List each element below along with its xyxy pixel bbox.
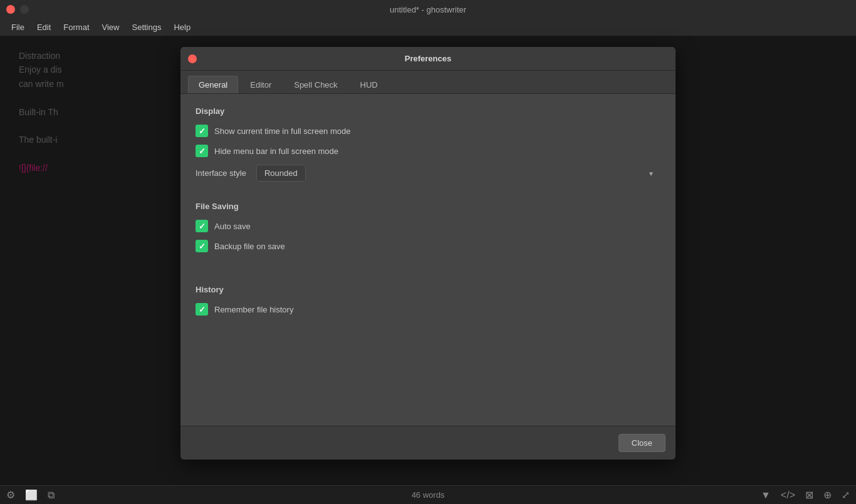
history-section-title: History (196, 285, 660, 294)
file-saving-section-title: File Saving (196, 202, 660, 211)
checkbox-file-history-box[interactable] (196, 303, 208, 316)
menu-format[interactable]: Format (57, 20, 95, 34)
window-title: untitled* - ghostwriter (390, 5, 466, 14)
export-icon[interactable]: ⊠ (805, 489, 813, 501)
checkbox-show-time[interactable]: Show current time in full screen mode (196, 125, 660, 137)
globe-icon[interactable]: ⊕ (823, 489, 832, 501)
tab-editor[interactable]: Editor (239, 76, 282, 93)
dialog-title: Preferences (405, 54, 451, 63)
settings-icon[interactable]: ⚙ (6, 489, 15, 501)
checkbox-file-history-label: Remember file history (214, 305, 293, 314)
status-bar: ⚙ ⬜ ⧉ 46 words ▼ </> ⊠ ⊕ ⤢ (0, 485, 856, 504)
status-bar-left: ⚙ ⬜ ⧉ (6, 489, 55, 501)
doc-icon[interactable]: ⬜ (25, 489, 38, 501)
checkbox-show-time-label: Show current time in full screen mode (214, 126, 350, 136)
preferences-close-button[interactable]: Close (619, 434, 665, 452)
code-icon[interactable]: </> (781, 490, 795, 501)
window-minimize-button[interactable] (20, 5, 29, 14)
checkbox-auto-save[interactable]: Auto save (196, 220, 660, 232)
tab-hud[interactable]: HUD (350, 76, 389, 93)
interface-style-select[interactable]: Rounded Square Ghost (256, 165, 306, 182)
title-bar: untitled* - ghostwriter (0, 0, 856, 19)
tab-general[interactable]: General (188, 76, 238, 93)
tabs-container: General Editor Spell Check HUD (180, 71, 676, 94)
menu-edit[interactable]: Edit (31, 20, 57, 34)
menu-bar: File Edit Format View Settings Help (0, 19, 856, 36)
interface-style-label: Interface style (196, 168, 246, 178)
checkbox-auto-save-label: Auto save (214, 222, 251, 231)
window-close-button[interactable] (6, 5, 15, 14)
checkbox-show-time-box[interactable] (196, 125, 208, 137)
checkbox-hide-menu[interactable]: Hide menu bar in full screen mode (196, 145, 660, 157)
menu-help[interactable]: Help (167, 20, 197, 34)
dialog-close-button[interactable] (188, 54, 197, 63)
checkbox-backup[interactable]: Backup file on save (196, 240, 660, 252)
dialog-body: Display Show current time in full screen… (180, 94, 676, 426)
checkbox-backup-box[interactable] (196, 240, 208, 252)
status-bar-right: ▼ </> ⊠ ⊕ ⤢ (761, 489, 850, 501)
menu-settings[interactable]: Settings (125, 20, 167, 34)
menu-file[interactable]: File (5, 20, 31, 34)
checkbox-file-history[interactable]: Remember file history (196, 303, 660, 316)
title-bar-buttons (6, 5, 29, 14)
dropdown-icon[interactable]: ▼ (761, 490, 771, 501)
dialog-titlebar: Preferences (180, 47, 676, 71)
checkbox-hide-menu-label: Hide menu bar in full screen mode (214, 147, 338, 156)
word-count: 46 words (412, 490, 445, 500)
interface-style-row: Interface style Rounded Square Ghost (196, 165, 660, 182)
tab-spell-check[interactable]: Spell Check (283, 76, 348, 93)
fullscreen-icon[interactable]: ⤢ (842, 489, 850, 501)
interface-style-select-wrapper: Rounded Square Ghost (256, 165, 660, 182)
copy-icon[interactable]: ⧉ (48, 490, 55, 501)
checkbox-auto-save-box[interactable] (196, 220, 208, 232)
display-section-title: Display (196, 106, 660, 116)
preferences-dialog: Preferences General Editor Spell Check H… (180, 47, 676, 460)
checkbox-hide-menu-box[interactable] (196, 145, 208, 157)
dialog-footer: Close (180, 426, 676, 460)
checkbox-backup-label: Backup file on save (214, 242, 285, 251)
menu-view[interactable]: View (96, 20, 126, 34)
